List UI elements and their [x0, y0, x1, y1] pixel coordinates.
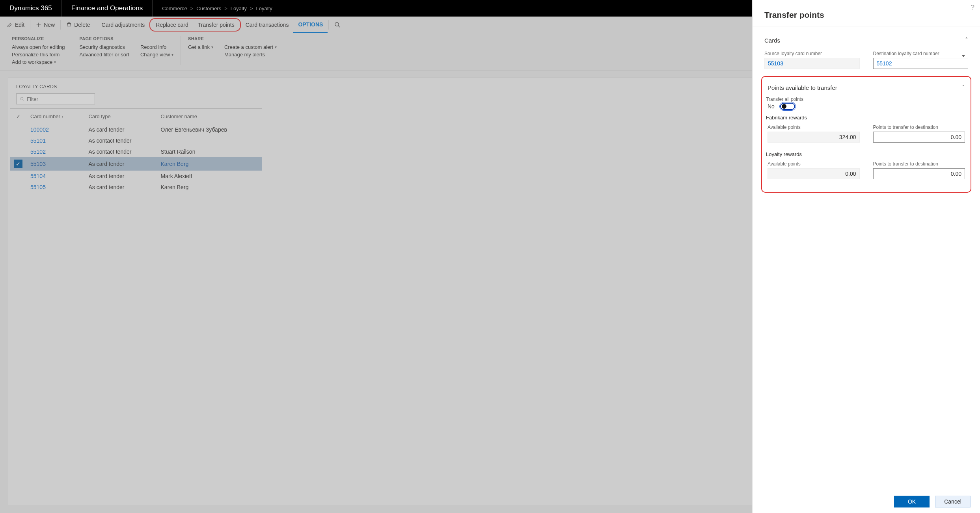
loyalty-cards-table: ✓ Card number↑ Card type Customer name 1…	[10, 108, 262, 193]
col-card-type[interactable]: Card type	[84, 109, 157, 124]
card-number-cell[interactable]: 55101	[26, 135, 84, 146]
row-checkbox[interactable]	[10, 124, 26, 136]
card-number-cell[interactable]: 55105	[26, 182, 84, 193]
change-view-link[interactable]: Change view▾	[140, 52, 173, 58]
security-diagnostics-link[interactable]: Security diagnostics	[79, 44, 129, 50]
customer-name-cell	[157, 135, 262, 146]
chevron-down-icon: ▾	[275, 45, 277, 49]
filter-input[interactable]: Filter	[16, 93, 95, 104]
always-open-editing-link[interactable]: Always open for editing	[12, 44, 65, 50]
chevron-right-icon: >	[190, 6, 194, 11]
chevron-right-icon: >	[250, 6, 253, 11]
panel-title: Transfer points	[753, 0, 980, 26]
options-tab[interactable]: OPTIONS	[293, 17, 328, 33]
source-card-label: Source loyalty card number	[764, 51, 860, 56]
check-icon: ✓	[14, 160, 22, 168]
card-adjustments-label: Card adjustments	[102, 22, 145, 28]
source-card-input[interactable]	[764, 58, 860, 69]
available-points-value	[768, 168, 860, 179]
card-number-cell[interactable]: 100002	[26, 124, 84, 136]
advanced-filter-link[interactable]: Advanced filter or sort	[79, 52, 129, 58]
record-info-link[interactable]: Record info	[140, 44, 173, 50]
new-label: New	[44, 22, 55, 28]
personalize-form-link[interactable]: Personalize this form	[12, 52, 65, 58]
manage-my-alerts-link[interactable]: Manage my alerts	[224, 52, 277, 58]
table-row[interactable]: 55102As contact tenderStuart Railson	[10, 146, 262, 157]
chevron-down-icon: ▾	[171, 52, 173, 57]
table-row[interactable]: 100002As card tenderОлег Евгеньевич Зуба…	[10, 124, 262, 136]
destination-card-label: Destination loyalty card number	[873, 51, 969, 56]
separator	[328, 20, 329, 30]
search-button[interactable]	[330, 22, 345, 28]
destination-card-input[interactable]	[873, 58, 969, 69]
ribbon-link-label: Advanced filter or sort	[79, 52, 129, 58]
delete-label: Delete	[74, 22, 90, 28]
create-custom-alert-link[interactable]: Create a custom alert▾	[224, 44, 277, 50]
customer-name-cell: Mark Alexieff	[157, 171, 262, 182]
transfer-all-value: No	[768, 103, 775, 110]
replace-card-button[interactable]: Replace card	[151, 19, 193, 31]
ribbon-link-label: Personalize this form	[12, 52, 60, 58]
options-label: OPTIONS	[298, 21, 323, 28]
add-to-workspace-link[interactable]: Add to workspace▾	[12, 59, 65, 65]
card-number-cell[interactable]: 55104	[26, 171, 84, 182]
card-type-cell: As card tender	[84, 171, 157, 182]
breadcrumb-item[interactable]: Customers	[196, 6, 221, 11]
ribbon-link-label: Security diagnostics	[79, 44, 125, 50]
transfer-points-button[interactable]: Transfer points	[193, 19, 239, 31]
ok-button[interactable]: OK	[894, 496, 930, 507]
transfer-points-label: Transfer points	[198, 22, 235, 28]
new-button[interactable]: New	[31, 17, 60, 33]
sort-asc-icon: ↑	[61, 115, 63, 119]
section-title: Points available to transfer	[768, 84, 837, 91]
card-adjustments-button[interactable]: Card adjustments	[97, 17, 150, 33]
separator	[30, 20, 30, 30]
row-checkbox[interactable]: ✓	[10, 157, 26, 171]
table-row[interactable]: 55104As card tenderMark Alexieff	[10, 171, 262, 182]
card-transactions-button[interactable]: Card transactions	[241, 17, 294, 33]
breadcrumb-item[interactable]: Loyalty	[231, 6, 247, 11]
card-number-cell[interactable]: 55103	[26, 157, 84, 171]
table-row[interactable]: 55105As card tenderKaren Berg	[10, 182, 262, 193]
row-checkbox[interactable]	[10, 171, 26, 182]
section-title: Cards	[764, 37, 780, 44]
plus-icon	[36, 22, 41, 28]
transfer-all-toggle[interactable]	[780, 103, 795, 110]
svg-point-1	[20, 97, 23, 100]
select-all-header[interactable]: ✓	[10, 109, 26, 124]
col-label: Card number	[30, 113, 60, 119]
customer-name-cell: Karen Berg	[157, 157, 262, 171]
chevron-up-icon: ˄	[965, 37, 968, 44]
points-to-transfer-input[interactable]	[873, 132, 965, 143]
cards-section-header[interactable]: Cards ˄	[761, 31, 971, 49]
points-section-header[interactable]: Points available to transfer ˄	[764, 78, 968, 97]
transfer-all-label: Transfer all points	[766, 97, 967, 102]
breadcrumb-item[interactable]: Loyalty	[256, 6, 272, 11]
row-checkbox[interactable]	[10, 146, 26, 157]
get-a-link-link[interactable]: Get a link▾	[188, 44, 213, 50]
card-type-cell: As card tender	[84, 124, 157, 136]
delete-button[interactable]: Delete	[61, 17, 95, 33]
customer-name-cell: Stuart Railson	[157, 146, 262, 157]
ribbon-group-title: SHARE	[188, 36, 277, 41]
table-row[interactable]: 55101As contact tender	[10, 135, 262, 146]
ribbon-link-label: Record info	[140, 44, 166, 50]
table-row[interactable]: ✓55103As card tenderKaren Berg	[10, 157, 262, 171]
product-label: Finance and Operations	[62, 0, 153, 17]
ribbon-group-page-options: PAGE OPTIONS Security diagnostics Advanc…	[72, 36, 181, 65]
points-to-transfer-input[interactable]	[873, 168, 965, 179]
col-customer-name[interactable]: Customer name	[157, 109, 262, 124]
ribbon-link-label: Create a custom alert	[224, 44, 273, 50]
breadcrumb-item[interactable]: Commerce	[162, 6, 187, 11]
cancel-button[interactable]: Cancel	[935, 496, 971, 507]
replace-card-label: Replace card	[156, 22, 188, 28]
filter-placeholder: Filter	[27, 96, 38, 102]
card-type-cell: As contact tender	[84, 146, 157, 157]
col-card-number[interactable]: Card number↑	[26, 109, 84, 124]
row-checkbox[interactable]	[10, 182, 26, 193]
help-button[interactable]: ?	[971, 4, 974, 11]
row-checkbox[interactable]	[10, 135, 26, 146]
card-type-cell: As card tender	[84, 157, 157, 171]
edit-button[interactable]: Edit	[2, 17, 29, 33]
card-number-cell[interactable]: 55102	[26, 146, 84, 157]
